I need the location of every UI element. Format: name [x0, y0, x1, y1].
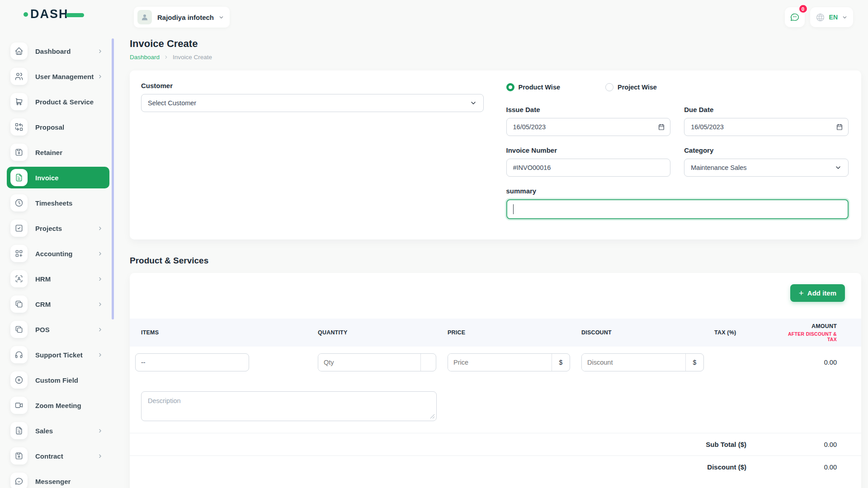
messages-button[interactable]: 0 — [785, 7, 805, 27]
calendar-icon[interactable] — [836, 123, 843, 131]
item-row: $ $ 0.00 — [130, 347, 861, 371]
customer-select-value: Select Customer — [148, 99, 196, 107]
currency-addon: $ — [552, 354, 570, 371]
resize-handle-icon[interactable] — [430, 414, 435, 419]
sidebar-item-retainer[interactable]: Retainer — [7, 141, 109, 163]
breadcrumb: Dashboard Invoice Create — [130, 54, 861, 61]
chevron-right-icon — [97, 276, 103, 282]
add-item-button[interactable]: + Add item — [790, 284, 845, 302]
app-logo[interactable]: DASH — [24, 7, 115, 21]
floppy-icon — [10, 144, 28, 161]
subtotal-label: Sub Total ($) — [706, 441, 746, 448]
sidebar-item-sales[interactable]: Sales — [7, 420, 109, 441]
radio-checked-icon — [506, 83, 514, 91]
chat-badge: 0 — [798, 4, 808, 14]
sidebar-item-contract[interactable]: Contract — [7, 445, 109, 467]
radio-unchecked-icon — [605, 83, 613, 91]
headset-icon — [10, 346, 28, 363]
user-scan-icon — [10, 270, 28, 287]
sidebar-item-timesheets[interactable]: Timesheets — [7, 192, 109, 214]
sidebar-item-projects[interactable]: Projects — [7, 217, 109, 239]
item-select-input[interactable] — [135, 353, 249, 371]
sidebar-item-label: Support Ticket — [35, 351, 97, 359]
sidebar: DASH Dashboard User Management Product &… — [0, 0, 115, 488]
sidebar-item-pos[interactable]: POS — [7, 319, 109, 340]
breadcrumb-current: Invoice Create — [173, 54, 212, 61]
product-wise-radio[interactable]: Product Wise — [506, 83, 561, 91]
copy-squares-icon — [10, 321, 28, 338]
sidebar-item-accounting[interactable]: Accounting — [7, 243, 109, 264]
description-textarea[interactable] — [141, 391, 437, 421]
chevron-right-icon — [164, 55, 169, 60]
price-input[interactable] — [448, 354, 552, 371]
project-wise-radio[interactable]: Project Wise — [605, 83, 657, 91]
product-wise-label: Product Wise — [519, 84, 561, 91]
invoice-number-input[interactable] — [506, 159, 671, 177]
summary-field: summary — [506, 187, 849, 219]
logo-dash-icon — [66, 13, 84, 17]
sidebar-item-label: Custom Field — [35, 376, 103, 384]
plus-icon: + — [799, 289, 804, 297]
chevron-right-icon — [97, 251, 103, 257]
summary-textarea[interactable] — [506, 199, 849, 219]
due-date-input[interactable] — [684, 118, 849, 136]
amount-note: AFTER DISCOUNT & TAX — [778, 331, 837, 342]
sidebar-item-proposal[interactable]: Proposal — [7, 116, 109, 138]
due-date-label: Due Date — [684, 106, 849, 113]
sidebar-item-support-ticket[interactable]: Support Ticket — [7, 344, 109, 366]
items-table-header: ITEMS QUANTITY PRICE DISCOUNT TAX (%) AM… — [130, 319, 861, 347]
sidebar-item-label: Retainer — [35, 149, 103, 156]
sidebar-scrollbar[interactable] — [112, 38, 114, 319]
globe-icon — [816, 13, 825, 22]
items-card: + Add item ITEMS QUANTITY PRICE DISCOUNT… — [130, 273, 861, 488]
cart-icon — [10, 93, 28, 110]
checkbox-icon — [10, 220, 28, 237]
customer-select[interactable]: Select Customer — [141, 94, 484, 112]
col-discount: DISCOUNT — [581, 329, 714, 336]
sidebar-item-label: Product & Service — [35, 98, 103, 106]
chevron-down-icon — [470, 99, 477, 107]
col-amount: AMOUNT AFTER DISCOUNT & TAX — [778, 323, 837, 342]
topbar: Rajodiya infotech 0 EN — [130, 0, 861, 32]
logo-dot-icon — [24, 12, 28, 17]
subtotal-value: 0.00 — [778, 441, 837, 448]
add-item-label: Add item — [807, 289, 836, 297]
invoice-type-radios: Product Wise Project Wise — [506, 83, 849, 91]
sidebar-item-messenger[interactable]: Messenger — [7, 470, 109, 488]
workspace-dropdown[interactable]: Rajodiya infotech — [134, 7, 230, 28]
sidebar-item-hrm[interactable]: HRM — [7, 268, 109, 290]
calendar-icon[interactable] — [658, 123, 665, 131]
category-select[interactable]: Maintenance Sales — [684, 159, 849, 177]
person-icon — [140, 13, 149, 22]
sidebar-item-user-management[interactable]: User Management — [7, 66, 109, 87]
language-code: EN — [829, 14, 838, 21]
sidebar-item-product-service[interactable]: Product & Service — [7, 91, 109, 113]
quantity-spinner[interactable] — [420, 354, 436, 371]
quantity-input[interactable] — [318, 354, 420, 371]
chevron-right-icon — [97, 352, 103, 358]
video-camera-icon — [10, 397, 28, 414]
due-date-field: Due Date — [684, 106, 849, 136]
discount-total-row: Discount ($) 0.00 — [130, 455, 861, 478]
quantity-input-group — [318, 353, 436, 371]
sidebar-item-zoom-meeting[interactable]: Zoom Meeting — [7, 394, 109, 416]
sidebar-item-label: Accounting — [35, 250, 97, 258]
sidebar-item-invoice[interactable]: Invoice — [7, 167, 109, 188]
grid-plus-icon — [10, 245, 28, 262]
sidebar-item-custom-field[interactable]: Custom Field — [7, 369, 109, 391]
issue-date-input[interactable] — [506, 118, 671, 136]
topbar-actions: 0 EN — [785, 7, 853, 27]
chevron-down-icon — [218, 14, 224, 20]
sidebar-item-label: Proposal — [35, 123, 103, 131]
chevron-right-icon — [97, 48, 103, 54]
sidebar-item-crm[interactable]: CRM — [7, 293, 109, 315]
currency-addon: $ — [685, 354, 703, 371]
sidebar-item-label: POS — [35, 326, 97, 333]
discount-input-group: $ — [581, 353, 704, 371]
discount-input[interactable] — [582, 354, 685, 371]
customer-column: Customer Select Customer — [141, 82, 484, 219]
breadcrumb-dashboard-link[interactable]: Dashboard — [130, 54, 160, 61]
language-selector[interactable]: EN — [810, 7, 853, 27]
sidebar-item-label: HRM — [35, 275, 97, 283]
sidebar-item-dashboard[interactable]: Dashboard — [7, 40, 109, 62]
